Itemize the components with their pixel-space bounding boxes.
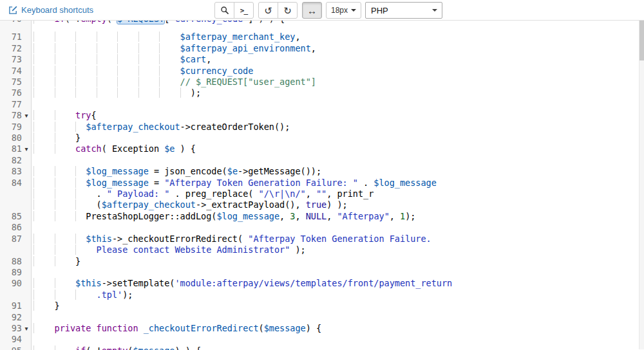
code-line[interactable]: 77 xyxy=(0,99,644,110)
fold-gutter-spacer xyxy=(22,54,31,65)
vertical-scrollbar[interactable] xyxy=(639,21,644,349)
gutter: 89 xyxy=(0,267,32,278)
code-line[interactable]: .tpl'); xyxy=(0,290,644,300)
font-size-value: 18px xyxy=(331,6,348,15)
fold-gutter-spacer xyxy=(22,300,31,311)
code-lines: 70 if( !empty( $_REQUEST["currency_code"… xyxy=(0,21,644,350)
undo-icon: ↺ xyxy=(264,6,272,15)
line-number: 77 xyxy=(0,99,22,110)
gutter: 94 xyxy=(0,334,32,345)
code-line[interactable]: 86 xyxy=(0,222,644,233)
code-line[interactable]: 92 xyxy=(0,312,644,323)
fold-gutter-spacer xyxy=(22,222,31,233)
code-line[interactable]: 82 xyxy=(0,155,644,166)
code-line[interactable]: ($afterpay_checkout->_extractPayload(), … xyxy=(0,199,644,210)
code-line[interactable]: 71 $afterpay_merchant_key, xyxy=(0,32,644,42)
fold-gutter-spacer xyxy=(22,32,31,42)
caret-down-icon xyxy=(351,9,356,12)
edit-square-icon xyxy=(8,5,18,15)
code-line[interactable]: 90 $this->setTemplate('module:afterpay/v… xyxy=(0,278,644,289)
fold-gutter-spacer xyxy=(22,99,31,110)
line-number: 91 xyxy=(0,300,22,311)
gutter: 93▾ xyxy=(0,323,32,334)
fold-gutter-spacer xyxy=(22,211,31,222)
line-number: 85 xyxy=(0,211,22,222)
code-line[interactable]: 95▾ if( !empty($message) ) { xyxy=(0,345,644,350)
fold-marker[interactable]: ▾ xyxy=(22,323,31,334)
redo-button[interactable]: ↻ xyxy=(278,2,298,19)
gutter: 71 xyxy=(0,32,32,42)
fold-gutter-spacer xyxy=(22,88,31,98)
search-button[interactable] xyxy=(214,2,234,19)
keyboard-shortcuts-link[interactable]: Keyboard shortcuts xyxy=(8,5,93,15)
code-editor[interactable]: 70 if( !empty( $_REQUEST["currency_code"… xyxy=(0,21,644,349)
line-number: 76 xyxy=(0,88,22,98)
line-number: 82 xyxy=(0,155,22,166)
gutter xyxy=(0,199,32,210)
fold-marker[interactable]: ▾ xyxy=(22,110,31,121)
line-number: 90 xyxy=(0,278,22,289)
line-number: 84 xyxy=(0,178,22,189)
fold-gutter-spacer xyxy=(22,267,31,278)
gutter: 92 xyxy=(0,312,32,323)
toggle-wide-button[interactable]: ↔ xyxy=(302,2,322,19)
code-line[interactable]: Please contact Website Administrator" ); xyxy=(0,244,644,255)
line-number: 70 xyxy=(0,21,22,24)
gutter: 74 xyxy=(0,66,32,77)
code-line[interactable]: 87 $this->_checkoutErrorRedirect( "After… xyxy=(0,234,644,244)
fold-gutter-spacer xyxy=(22,166,31,177)
code-line[interactable]: 91 } xyxy=(0,300,644,311)
code-line[interactable]: 83 $log_message = json_encode($e->getMes… xyxy=(0,166,644,177)
line-number: 92 xyxy=(0,312,22,323)
gutter: 84 xyxy=(0,178,32,189)
code-line[interactable]: . " Payload: " . preg_replace( "/\r|\n/"… xyxy=(0,189,644,199)
line-number: 88 xyxy=(0,256,22,267)
language-value: PHP xyxy=(371,6,388,15)
fold-gutter-spacer xyxy=(22,312,31,323)
code-line[interactable]: 79 $afterpay_checkout->createOrderToken(… xyxy=(0,122,644,133)
code-line[interactable]: 93▾ private function _checkoutErrorRedir… xyxy=(0,323,644,334)
line-number: 83 xyxy=(0,166,22,177)
fold-gutter-spacer xyxy=(22,43,31,54)
line-number: 78 xyxy=(0,110,22,121)
line-number: 94 xyxy=(0,334,22,345)
fold-gutter-spacer xyxy=(22,334,31,345)
gutter: 87 xyxy=(0,234,32,244)
scrollbar-thumb[interactable] xyxy=(639,21,644,60)
select-arrow-icon xyxy=(432,9,437,12)
font-size-dropdown[interactable]: 18px xyxy=(326,2,361,19)
code-line[interactable]: 85 PrestaShopLogger::addLog($log_message… xyxy=(0,211,644,222)
code-line[interactable]: 78▾ try{ xyxy=(0,110,644,121)
line-number: 87 xyxy=(0,234,22,244)
horizontal-arrows-icon: ↔ xyxy=(307,6,317,15)
line-number: 72 xyxy=(0,43,22,54)
code-line[interactable]: 89 xyxy=(0,267,644,278)
code-line[interactable]: 70 if( !empty( $_REQUEST["currency_code"… xyxy=(0,21,644,32)
code-line[interactable]: 84 $log_message = "Afterpay Token Genera… xyxy=(0,178,644,189)
undo-button[interactable]: ↺ xyxy=(258,2,278,19)
gutter: 95▾ xyxy=(0,345,32,350)
code-line[interactable]: 74 $currency_code xyxy=(0,66,644,77)
fold-marker[interactable]: ▾ xyxy=(22,143,31,154)
gutter: 75 xyxy=(0,77,32,88)
code-line[interactable]: 75 // $_REQUEST["user_agent"] xyxy=(0,77,644,88)
fold-marker[interactable]: ▾ xyxy=(22,345,31,350)
gutter: 91 xyxy=(0,300,32,311)
console-button[interactable]: >_ xyxy=(234,2,254,19)
code-line[interactable]: 80 } xyxy=(0,133,644,143)
fold-gutter-spacer xyxy=(22,256,31,267)
gutter: 76 xyxy=(0,88,32,98)
language-select[interactable]: PHP xyxy=(365,2,442,19)
code-line[interactable]: 94 xyxy=(0,334,644,345)
gutter: 86 xyxy=(0,222,32,233)
gutter xyxy=(0,290,32,300)
code-line[interactable]: 73 $cart, xyxy=(0,54,644,65)
code-line[interactable]: 72 $afterpay_api_environment, xyxy=(0,43,644,54)
line-number: 73 xyxy=(0,54,22,65)
code-line[interactable]: 76 ); xyxy=(0,88,644,98)
line-number: 86 xyxy=(0,222,22,233)
line-number: 95 xyxy=(0,345,22,350)
code-line[interactable]: 88 } xyxy=(0,256,644,267)
code-line[interactable]: 81▾ catch( Exception $e ) { xyxy=(0,143,644,154)
search-icon xyxy=(220,6,229,15)
